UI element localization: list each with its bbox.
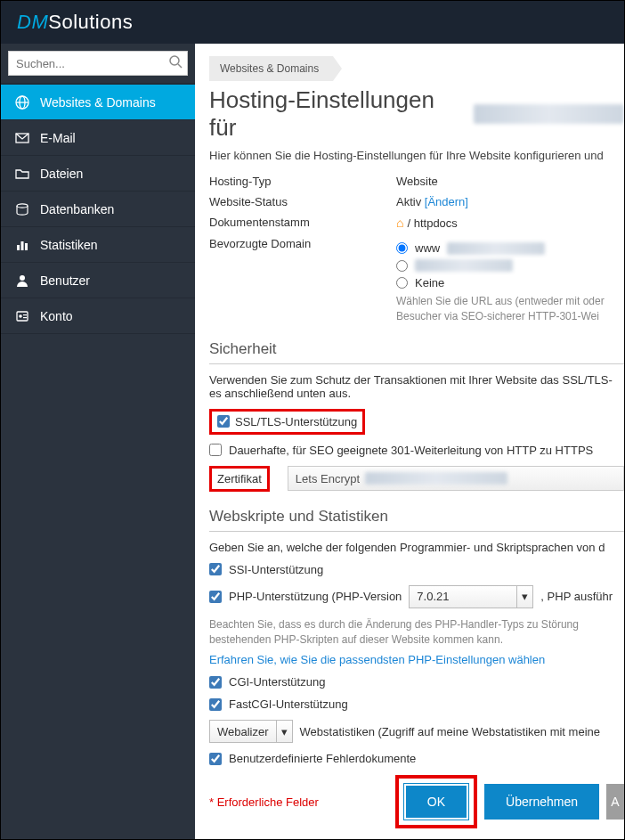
- apply-button[interactable]: Übernehmen: [484, 784, 599, 820]
- svg-rect-13: [23, 314, 27, 315]
- pref-domain-none-radio[interactable]: [396, 277, 408, 289]
- breadcrumb[interactable]: Websites & Domains: [209, 56, 333, 81]
- website-status-label: Website-Status: [209, 195, 396, 208]
- ssl-highlight-box: SSL/TLS-Unterstützung: [209, 409, 365, 435]
- svg-point-10: [20, 275, 25, 281]
- section-security-heading: Sicherheit: [209, 340, 624, 364]
- section-scripts-desc: Geben Sie an, welche der folgenden Progr…: [209, 541, 624, 554]
- sidebar: Websites & Domains E-Mail Dateien Datenb…: [1, 44, 195, 839]
- section-scripts-heading: Webskripte und Statistiken: [209, 508, 624, 532]
- svg-rect-11: [17, 312, 28, 321]
- required-fields-note: * Erforderliche Felder: [209, 795, 319, 809]
- pref-domain-none-label: Keine: [415, 276, 444, 290]
- docroot-value: ⌂/ httpdocs: [396, 216, 624, 230]
- php-note: Beachten Sie, dass es durch die Änderung…: [209, 617, 624, 648]
- logo: DMSolutions: [17, 11, 133, 34]
- sidebar-item-users[interactable]: Benutzer: [1, 263, 195, 298]
- svg-rect-7: [17, 245, 20, 250]
- fastcgi-label: FastCGI-Unterstützung: [229, 697, 348, 711]
- sidebar-item-label: Datenbanken: [40, 202, 114, 216]
- hosting-type-label: Hosting-Typ: [209, 175, 396, 188]
- sidebar-item-label: Konto: [40, 309, 73, 323]
- user-icon: [15, 273, 35, 288]
- cgi-label: CGI-Unterstützung: [229, 675, 325, 689]
- redacted-domain: [474, 104, 624, 124]
- php-label: PHP-Unterstützung (PHP-Version: [229, 590, 402, 603]
- sidebar-item-statistics[interactable]: Statistiken: [1, 227, 195, 263]
- php-settings-link[interactable]: Erfahren Sie, wie Sie die passendsten PH…: [209, 653, 624, 666]
- svg-point-6: [17, 203, 28, 207]
- php-checkbox[interactable]: [209, 591, 222, 603]
- svg-rect-14: [23, 317, 27, 318]
- svg-point-0: [170, 56, 179, 65]
- ssi-label: SSI-Unterstützung: [229, 563, 323, 576]
- svg-point-12: [19, 314, 22, 318]
- redacted-domain: [447, 242, 545, 255]
- redacted-domain: [415, 259, 513, 272]
- search-icon[interactable]: [168, 54, 183, 69]
- ssi-checkbox[interactable]: [209, 563, 222, 575]
- globe-icon: [15, 95, 35, 110]
- content: Websites & Domains Hosting-Einstellungen…: [195, 44, 624, 839]
- pref-domain-bare-radio[interactable]: [396, 260, 408, 272]
- cancel-button[interactable]: A: [606, 784, 624, 820]
- webstats-select[interactable]: Webalizer ▾: [209, 720, 293, 743]
- php-after: , PHP ausführ: [540, 590, 613, 603]
- svg-line-1: [178, 64, 182, 68]
- seo301-checkbox[interactable]: [209, 444, 222, 456]
- redacted-cert: [365, 472, 507, 485]
- pref-domain-www-radio[interactable]: [396, 242, 408, 254]
- sidebar-item-label: Benutzer: [40, 273, 90, 288]
- home-icon: ⌂: [396, 216, 403, 230]
- hosting-type-value: Website: [396, 175, 624, 188]
- preferred-domain-label: Bevorzugte Domain: [209, 237, 396, 324]
- errdocs-checkbox[interactable]: [209, 753, 222, 765]
- mail-icon: [15, 131, 35, 145]
- pref-domain-note: Wählen Sie die URL aus (entweder mit ode…: [396, 294, 624, 324]
- website-status-value: Aktiv [Ändern]: [396, 195, 624, 208]
- errdocs-label: Benutzerdefinierte Fehlerdokumente: [229, 752, 416, 765]
- sidebar-item-account[interactable]: Konto: [1, 298, 195, 334]
- topbar: DMSolutions: [1, 1, 624, 44]
- folder-icon: [15, 167, 35, 181]
- page-intro: Hier können Sie die Hosting-Einstellunge…: [209, 149, 624, 162]
- bottom-bar: * Erforderliche Felder OK Übernehmen A: [209, 775, 624, 828]
- cgi-checkbox[interactable]: [209, 676, 222, 689]
- docroot-label: Dokumentenstamm: [209, 216, 396, 230]
- seo301-label: Dauerhafte, für SEO geeignete 301-Weiter…: [229, 444, 593, 457]
- sidebar-item-label: E-Mail: [40, 131, 76, 145]
- sidebar-item-label: Websites & Domains: [40, 95, 156, 110]
- section-security-desc: Verwenden Sie zum Schutz der Transaktion…: [209, 373, 624, 400]
- page-title: Hosting-Einstellungen für: [209, 86, 624, 142]
- svg-rect-9: [25, 243, 28, 250]
- certificate-label: Zertifikat: [217, 472, 262, 485]
- account-icon: [15, 309, 35, 323]
- chevron-down-icon: ▾: [516, 586, 532, 608]
- sidebar-item-files[interactable]: Dateien: [1, 156, 195, 192]
- sidebar-item-databases[interactable]: Datenbanken: [1, 192, 195, 227]
- fastcgi-checkbox[interactable]: [209, 698, 222, 711]
- stats-icon: [15, 238, 35, 252]
- ssl-label: SSL/TLS-Unterstützung: [235, 415, 357, 428]
- sidebar-item-email[interactable]: E-Mail: [1, 120, 195, 156]
- sidebar-item-label: Dateien: [40, 167, 83, 181]
- search-wrap: [1, 44, 195, 85]
- ok-highlight-box: OK: [395, 775, 477, 828]
- search-input[interactable]: [8, 51, 188, 76]
- pref-domain-www-label: www: [415, 241, 440, 255]
- chevron-down-icon: ▾: [276, 721, 292, 742]
- cert-highlight-box: Zertifikat: [209, 466, 270, 492]
- change-status-link[interactable]: [Ändern]: [425, 195, 468, 208]
- certificate-select[interactable]: Lets Encrypt: [288, 466, 624, 491]
- sidebar-item-label: Statistiken: [40, 238, 98, 252]
- ssl-checkbox[interactable]: [217, 415, 230, 428]
- sidebar-item-websites-domains[interactable]: Websites & Domains: [1, 85, 195, 120]
- database-icon: [15, 202, 35, 216]
- php-version-select[interactable]: 7.0.21 ▾: [409, 585, 533, 608]
- svg-rect-8: [21, 241, 24, 250]
- webstats-after: Webstatistiken (Zugriff auf meine Websta…: [300, 725, 600, 738]
- ok-button[interactable]: OK: [404, 784, 468, 820]
